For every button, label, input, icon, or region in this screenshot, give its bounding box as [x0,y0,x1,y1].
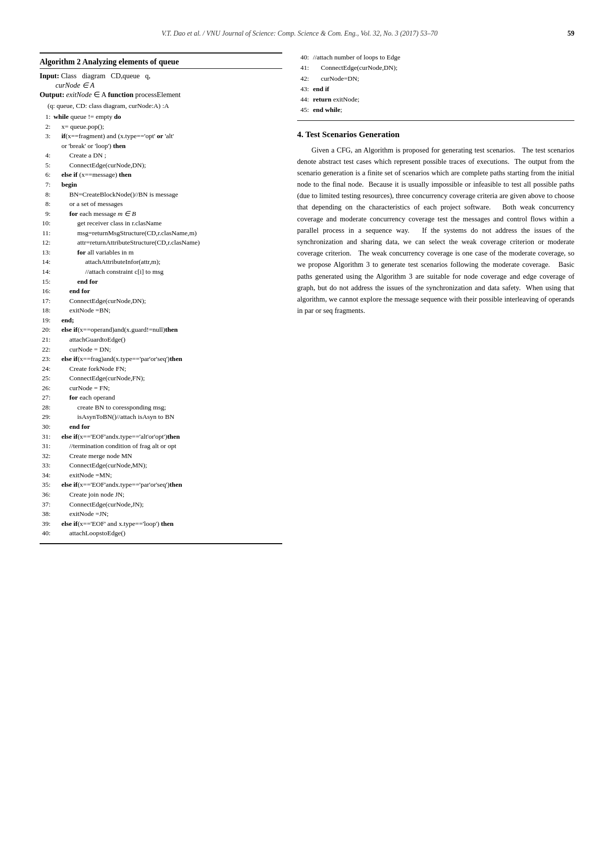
code-line-14a: 14: attachAttributeInfor(attr,m); [40,257,282,267]
pline-45: 45: end while; [297,105,574,115]
code-line-27: 27: for each operand [40,393,282,403]
algo-output: Output: exitNode ∈ A function processEle… [40,91,282,99]
algo-input: Input: Class diagram CD,queue q, [40,72,282,80]
code-line-38: 38: exitNode =JN; [40,509,282,519]
code-line-35: 35: else if(x=='EOF'andx.type=='par'or's… [40,480,282,490]
code-line-31-comment: 31: //termination condition of frag alt … [40,441,282,451]
code-line-22: 22: curNode = DN; [40,345,282,355]
input-text: Class diagram CD,queue q, [61,72,151,80]
code-line-29: 29: isAsynToBN()//attach isAsyn to BN [40,412,282,422]
two-column-layout: Algorithm 2 Analyzing elements of queue … [40,52,574,544]
code-line-31-header: 31: else if(x=='EOF'andx.type=='alt'or'o… [40,432,282,442]
code-line-19: 19: end; [40,315,282,325]
output-func-sig: (q: queue, CD: class diagram, curNode:A)… [40,102,282,110]
code-line-16: 16: end for [40,286,282,296]
pline-41: 41: ConnectEdge(curNode,DN); [297,63,574,73]
algorithm-title: Algorithm 2 Analyzing elements of queue [40,57,282,69]
input-curnode: curNode ∈ A [55,81,95,89]
section-divider [297,120,574,121]
code-line-7: 7: begin [40,180,282,190]
algorithm-box: Algorithm 2 Analyzing elements of queue … [40,52,282,544]
output-label: Output: [40,91,64,99]
code-line-21: 21: attachGuardtoEdge() [40,335,282,345]
code-line-28: 28: create BN to coressponding msg; [40,403,282,412]
section4-body: Given a CFG, an Algorithm is proposed fo… [297,145,574,317]
code-line-11: 11: msg=returnMsgStructure(CD,r.clasName… [40,228,282,238]
right-column: 40: //attach number of loops to Edge 41:… [297,52,574,544]
code-line-23: 23: else if(x==frag)and(x.type=='par'or'… [40,354,282,364]
code-line-1: 1: while queue != empty do [40,112,282,122]
code-line-30: 30: end for [40,422,282,432]
code-line-14b: 14: //attach constraint c[i] to msg [40,267,282,277]
code-line-24: 24: Create forkNode FN; [40,364,282,374]
citation-text: V.T. Dao et al. / VNU Journal of Science… [40,30,560,38]
code-line-8a: 8: BN=CreateBlockNode()//BN is message [40,190,282,200]
section4-para1: Given a CFG, an Algorithm is proposed fo… [297,145,574,317]
header: V.T. Dao et al. / VNU Journal of Science… [40,30,574,38]
left-column: Algorithm 2 Analyzing elements of queue … [40,52,282,544]
code-line-3b: or 'break' or 'loop') then [40,141,282,151]
pseudo-continuation: 40: //attach number of loops to Edge 41:… [297,52,574,115]
code-line-26: 26: curNode = FN; [40,383,282,393]
code-line-6: 6: else if (x==message) then [40,170,282,180]
algo-title-text: Analyzing elements of queue [82,57,179,66]
code-line-4: 4: Create a DN ; [40,151,282,160]
code-line-10: 10: get receiver class in r.clasName [40,218,282,228]
code-line-18: 18: exitNode =BN; [40,306,282,315]
code-line-34: 34: exitNode =MN; [40,470,282,480]
code-line-32: 32: Create merge node MN [40,451,282,461]
code-line-36: 36: Create join node JN; [40,490,282,500]
page-number: 59 [560,30,574,38]
code-line-3: 3: if(x==fragment) and (x.type=='opt' or… [40,131,282,141]
code-line-8b: 8: or a set of messages [40,199,282,209]
code-line-40: 40: attachLoopstoEdge() [40,528,282,538]
code-line-17: 17: ConnectEdge(curNode,DN); [40,296,282,306]
pline-42: 42: curNode=DN; [297,74,574,84]
pline-43: 43: end if [297,84,574,94]
algo-input-line2: curNode ∈ A [40,81,282,90]
page: V.T. Dao et al. / VNU Journal of Science… [0,0,614,868]
pline-44: 44: return exitNode; [297,95,574,104]
code-line-12: 12: attr=returnAttributeStructure(CD,r.c… [40,238,282,248]
section4-heading: 4. Test Scenarios Generation [297,130,574,140]
pline-40: 40: //attach number of loops to Edge [297,52,574,62]
code-line-5: 5: ConnectEdge(curNode,DN); [40,160,282,170]
output-text: exitNode ∈ A [66,91,108,99]
code-line-39: 39: else if(x=='EOF' and x.type=='loop')… [40,519,282,529]
input-label: Input: [40,72,59,80]
algo-code: 1: while queue != empty do 2: x= queue.p… [40,112,282,538]
code-line-13: 13: for all variables in m [40,248,282,257]
code-line-33: 33: ConnectEdge(curNode,MN); [40,460,282,470]
code-line-9: 9: for each message m ∈ B [40,209,282,219]
algo-number: Algorithm 2 [40,57,81,66]
code-line-37: 37: ConnectEdge(curNode,JN); [40,500,282,510]
code-line-20: 20: else if(x==operand)and(x.guard!=null… [40,325,282,335]
code-line-15: 15: end for [40,277,282,287]
output-func-name: processElement [135,91,181,99]
output-func-kw: function [108,91,134,99]
code-line-25: 25: ConnectEdge(curNode,FN); [40,373,282,383]
code-line-2: 2: x= queue.pop(); [40,122,282,132]
